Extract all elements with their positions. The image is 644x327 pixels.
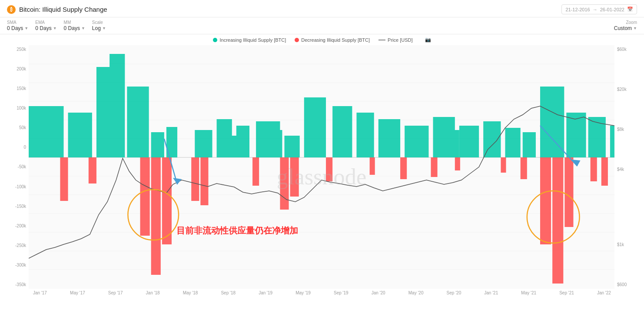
- svg-rect-35: [540, 87, 564, 157]
- svg-rect-56: [455, 157, 460, 170]
- legend-item-increasing: Increasing Illiquid Supply [BTC]: [213, 37, 286, 43]
- svg-rect-62: [591, 157, 597, 181]
- x-sep21: Sep '21: [559, 290, 574, 295]
- x-jan20: Jan '20: [372, 290, 385, 295]
- legend-item-price: Price [USD]: [378, 37, 412, 43]
- toolbar: SMA 0 Days ▼ EMA 0 Days ▼ MM 0 Days ▼ Sc…: [0, 17, 644, 34]
- y-left-minus150k: -150k: [15, 204, 26, 209]
- svg-rect-36: [566, 113, 586, 157]
- svg-rect-34: [523, 132, 536, 157]
- svg-rect-54: [400, 157, 407, 179]
- mm-arrow: ▼: [81, 26, 85, 30]
- chart-title: Bitcoin: Illiquid Supply Change: [19, 6, 107, 13]
- svg-rect-21: [217, 119, 232, 157]
- y-left-minus100k: -100k: [15, 184, 26, 189]
- legend-label-price: Price [USD]: [388, 37, 412, 43]
- y-right-4k: $4k: [617, 167, 624, 172]
- svg-rect-25: [304, 97, 326, 157]
- svg-rect-59: [540, 157, 551, 244]
- y-axis-right: $60k $20k $8k $4k $1k $600: [614, 45, 637, 289]
- y-right-1k: $1k: [617, 242, 624, 247]
- svg-rect-48: [200, 157, 208, 205]
- sma-label: SMA: [7, 20, 28, 25]
- header-left: ₿ Bitcoin: Illiquid Supply Change: [7, 5, 107, 14]
- y-right-20k: $20k: [617, 87, 627, 92]
- svg-rect-32: [483, 121, 501, 157]
- sma-group: SMA 0 Days ▼: [7, 20, 28, 31]
- date-range[interactable]: 21-12-2016 → 26-01-2022 📅: [561, 4, 637, 14]
- svg-rect-16: [127, 87, 149, 157]
- legend-dot-decreasing: [295, 38, 299, 42]
- date-arrow: →: [593, 7, 598, 12]
- y-left-50k: 50k: [19, 125, 26, 130]
- scale-select[interactable]: Log ▼: [92, 25, 106, 31]
- watermark-text: glassnode: [277, 164, 366, 189]
- svg-rect-24: [284, 136, 299, 157]
- scale-arrow: ▼: [102, 26, 106, 30]
- ema-group: EMA 0 Days ▼: [35, 20, 56, 31]
- zoom-select[interactable]: Custom ▼: [614, 25, 637, 31]
- ema-label: EMA: [35, 20, 56, 25]
- svg-rect-17: [110, 54, 125, 157]
- y-axis-left: 250k 200k 150k 100k 50k 0 -50k -100k -15…: [7, 45, 29, 289]
- svg-rect-26: [332, 106, 352, 157]
- y-left-150k: 150k: [17, 86, 26, 91]
- legend-dot-increasing: [213, 38, 217, 42]
- zoom-label: Zoom: [626, 20, 637, 25]
- svg-rect-63: [601, 157, 608, 186]
- scale-group: Scale Log ▼: [92, 20, 106, 31]
- x-may17: May '17: [70, 290, 85, 295]
- svg-rect-43: [89, 157, 96, 184]
- x-may19: May '19: [295, 290, 311, 295]
- svg-rect-55: [431, 157, 437, 177]
- y-left-minus300k: -300k: [15, 263, 26, 267]
- y-left-200k: 200k: [17, 67, 26, 71]
- app-container: ₿ Bitcoin: Illiquid Supply Change 21-12-…: [0, 0, 644, 327]
- svg-rect-31: [459, 126, 479, 157]
- y-left-minus350k: -350k: [15, 282, 26, 287]
- svg-rect-49: [252, 157, 259, 186]
- calendar-icon[interactable]: 📅: [627, 7, 633, 12]
- svg-rect-46: [162, 157, 172, 244]
- sma-select[interactable]: 0 Days ▼: [7, 25, 28, 31]
- svg-rect-58: [521, 157, 527, 179]
- svg-rect-18: [151, 132, 164, 157]
- legend-line-price: [378, 40, 385, 40]
- date-end: 26-01-2022: [600, 7, 624, 12]
- x-jan19: Jan '19: [259, 290, 272, 295]
- svg-rect-42: [60, 157, 68, 201]
- x-may18: May '18: [183, 290, 198, 295]
- mm-label: MM: [64, 20, 85, 25]
- svg-rect-33: [505, 128, 521, 157]
- svg-rect-44: [140, 157, 150, 236]
- y-left-minus250k: -250k: [15, 243, 26, 248]
- svg-rect-14: [68, 113, 92, 157]
- camera-icon[interactable]: 📷: [425, 37, 431, 43]
- svg-rect-60: [552, 157, 563, 284]
- mm-select[interactable]: 0 Days ▼: [64, 25, 85, 31]
- svg-rect-13: [29, 106, 63, 157]
- svg-rect-38: [610, 126, 614, 157]
- ema-arrow: ▼: [53, 26, 57, 30]
- svg-rect-20: [195, 130, 212, 157]
- date-start: 21-12-2016: [565, 7, 590, 12]
- svg-rect-27: [356, 113, 374, 157]
- svg-rect-61: [564, 157, 573, 227]
- svg-rect-37: [588, 117, 606, 157]
- chart-with-axes: 250k 200k 150k 100k 50k 0 -50k -100k -15…: [7, 45, 637, 289]
- main-chart-svg: glassnode: [29, 45, 614, 289]
- x-sep18: Sep '18: [221, 290, 236, 295]
- legend-item-decreasing: Decreasing Illiquid Supply [BTC]: [295, 37, 370, 43]
- ema-select[interactable]: 0 Days ▼: [35, 25, 56, 31]
- header: ₿ Bitcoin: Illiquid Supply Change 21-12-…: [0, 0, 644, 17]
- svg-rect-47: [191, 157, 199, 201]
- chart-area: 250k 200k 150k 100k 50k 0 -50k -100k -15…: [0, 45, 644, 327]
- legend: Increasing Illiquid Supply [BTC] Decreas…: [0, 34, 644, 45]
- x-jan22: Jan '22: [597, 290, 611, 295]
- legend-label-increasing: Increasing Illiquid Supply [BTC]: [219, 37, 286, 43]
- y-left-0: 0: [23, 145, 26, 150]
- svg-rect-45: [151, 157, 161, 275]
- bitcoin-icon: ₿: [7, 5, 16, 14]
- zoom-group: Zoom Custom ▼: [614, 20, 637, 31]
- x-jan21: Jan '21: [484, 290, 498, 295]
